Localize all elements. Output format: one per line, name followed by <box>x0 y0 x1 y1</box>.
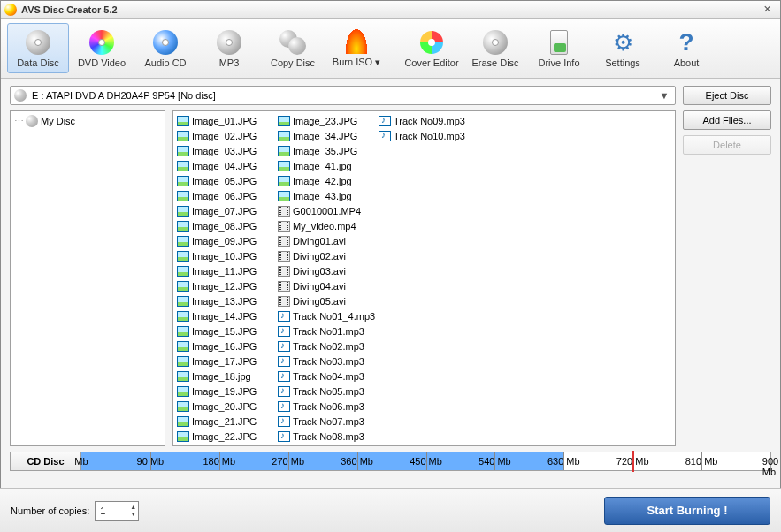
file-name: G0010001.MP4 <box>293 206 361 217</box>
file-item[interactable]: Track No07.mp3 <box>276 414 377 429</box>
file-item[interactable]: Image_14.JPG <box>175 308 276 323</box>
file-item[interactable]: Track No01.mp3 <box>276 323 377 338</box>
file-item[interactable]: Image_10.JPG <box>175 248 276 263</box>
img-file-icon <box>177 416 189 427</box>
file-item[interactable]: Diving04.avi <box>276 278 377 293</box>
drive-info-label: Drive Info <box>538 57 579 68</box>
file-item[interactable]: Image_03.JPG <box>175 143 276 158</box>
burn-iso-button[interactable]: Burn ISO ▾ <box>325 23 387 73</box>
file-item[interactable]: G0010001.MP4 <box>276 203 377 218</box>
file-item[interactable]: Image_08.JPG <box>175 218 276 233</box>
file-item[interactable]: Image_22.JPG <box>175 429 276 444</box>
file-item[interactable]: Image_06.JPG <box>175 188 276 203</box>
file-item[interactable]: Diving05.avi <box>276 293 377 308</box>
vid-file-icon <box>278 266 290 277</box>
drive-selector[interactable]: E : ATAPI DVD A DH20A4P 9P54 [No disc] ▼ <box>10 86 676 105</box>
img-file-icon <box>177 206 189 217</box>
drive-info-button[interactable]: Drive Info <box>528 23 590 73</box>
spinner-up-icon[interactable]: ▲ <box>130 504 136 511</box>
file-item[interactable]: Image_43.jpg <box>276 188 377 203</box>
spinner-down-icon[interactable]: ▼ <box>130 511 136 518</box>
file-item[interactable]: Diving01.avi <box>276 233 377 248</box>
about-label: About <box>674 57 700 68</box>
aud-file-icon <box>278 431 290 442</box>
mp3-button[interactable]: MP3 <box>198 23 260 73</box>
img-file-icon <box>278 176 290 186</box>
file-item[interactable]: Image_04.JPG <box>175 158 276 173</box>
drive-text: E : ATAPI DVD A DH20A4P 9P54 [No disc] <box>32 90 657 101</box>
file-name: Diving03.avi <box>293 266 346 277</box>
img-file-icon <box>177 341 189 352</box>
file-item[interactable]: Image_09.JPG <box>175 233 276 248</box>
file-item[interactable]: Image_17.JPG <box>175 353 276 369</box>
file-item[interactable]: Image_07.JPG <box>175 203 276 218</box>
start-burning-button[interactable]: Start Burning ! <box>604 497 770 525</box>
file-item[interactable]: Image_13.JPG <box>175 293 276 308</box>
copy-disc-button[interactable]: Copy Disc <box>262 23 324 73</box>
file-item[interactable]: My_video.mp4 <box>276 218 377 233</box>
aud-file-icon <box>278 341 290 352</box>
file-item[interactable]: Image_42.jpg <box>276 173 377 188</box>
file-item[interactable]: Track No05.mp3 <box>276 384 377 399</box>
file-item[interactable]: Image_01.JPG <box>175 113 276 128</box>
close-button[interactable]: ✕ <box>757 4 777 16</box>
file-item[interactable]: Track No04.mp3 <box>276 369 377 384</box>
file-item[interactable]: Diving02.avi <box>276 248 377 263</box>
file-item[interactable]: Image_11.JPG <box>175 263 276 278</box>
file-item[interactable]: Image_20.JPG <box>175 399 276 414</box>
img-file-icon <box>177 221 189 232</box>
file-item[interactable]: Image_18.jpg <box>175 369 276 384</box>
tree-root-item[interactable]: ⋯ My Disc <box>14 115 161 127</box>
audio-cd-button[interactable]: Audio CD <box>134 23 196 73</box>
audio-cd-icon <box>152 29 179 56</box>
file-item[interactable]: Image_23.JPG <box>276 113 377 128</box>
cover-editor-button[interactable]: Cover Editor <box>401 23 463 73</box>
erase-disc-icon <box>482 29 509 56</box>
data-disc-button[interactable]: Data Disc <box>7 23 69 73</box>
disc-icon <box>14 89 27 102</box>
file-item[interactable]: Track No02.mp3 <box>276 338 377 353</box>
file-item[interactable]: Track No03.mp3 <box>276 353 377 369</box>
file-item[interactable]: Image_41.jpg <box>276 158 377 173</box>
eject-disc-button[interactable]: Eject Disc <box>683 86 771 105</box>
about-button[interactable]: ?About <box>655 23 717 73</box>
copies-value: 1 <box>100 505 105 516</box>
file-item[interactable]: Image_02.JPG <box>175 128 276 143</box>
img-file-icon <box>177 251 189 262</box>
file-name: Image_05.JPG <box>192 176 257 186</box>
file-item[interactable]: Track No09.mp3 <box>377 113 478 128</box>
copy-disc-icon <box>279 29 306 56</box>
settings-button[interactable]: ⚙Settings <box>592 23 654 73</box>
file-item[interactable]: Image_34.JPG <box>276 128 377 143</box>
aud-file-icon <box>278 386 290 397</box>
vid-file-icon <box>278 236 290 247</box>
file-item[interactable]: Image_35.JPG <box>276 143 377 158</box>
disc-tree[interactable]: ⋯ My Disc <box>10 110 165 446</box>
copies-input[interactable]: 1 ▲ ▼ <box>95 501 139 521</box>
aud-file-icon <box>278 416 290 427</box>
file-name: Track No10.mp3 <box>394 131 465 141</box>
mp3-icon <box>216 29 242 56</box>
file-item[interactable]: Image_12.JPG <box>175 278 276 293</box>
tree-connector-icon: ⋯ <box>14 116 23 127</box>
file-item[interactable]: Image_05.JPG <box>175 173 276 188</box>
file-list[interactable]: Image_01.JPGImage_02.JPGImage_03.JPGImag… <box>172 110 676 446</box>
img-file-icon <box>177 371 189 382</box>
dvd-video-button[interactable]: DVD Video <box>71 23 133 73</box>
file-item[interactable]: Image_15.JPG <box>175 323 276 338</box>
file-item[interactable]: Diving03.avi <box>276 263 377 278</box>
file-item[interactable]: Track No06.mp3 <box>276 399 377 414</box>
file-item[interactable]: Image_21.JPG <box>175 414 276 429</box>
img-file-icon <box>177 326 189 337</box>
erase-disc-button[interactable]: Erase Disc <box>464 23 526 73</box>
file-item[interactable]: Track No08.mp3 <box>276 429 377 444</box>
footer-bar: Number of copies: 1 ▲ ▼ Start Burning ! <box>0 488 781 532</box>
minimize-button[interactable]: — <box>738 4 757 16</box>
img-file-icon <box>177 356 189 367</box>
file-item[interactable]: Track No10.mp3 <box>377 128 478 143</box>
file-item[interactable]: Image_19.JPG <box>175 384 276 399</box>
file-name: Image_01.JPG <box>192 116 257 126</box>
add-files-button[interactable]: Add Files... <box>683 110 771 130</box>
file-item[interactable]: Image_16.JPG <box>175 338 276 353</box>
file-item[interactable]: Track No01_4.mp3 <box>276 308 377 323</box>
